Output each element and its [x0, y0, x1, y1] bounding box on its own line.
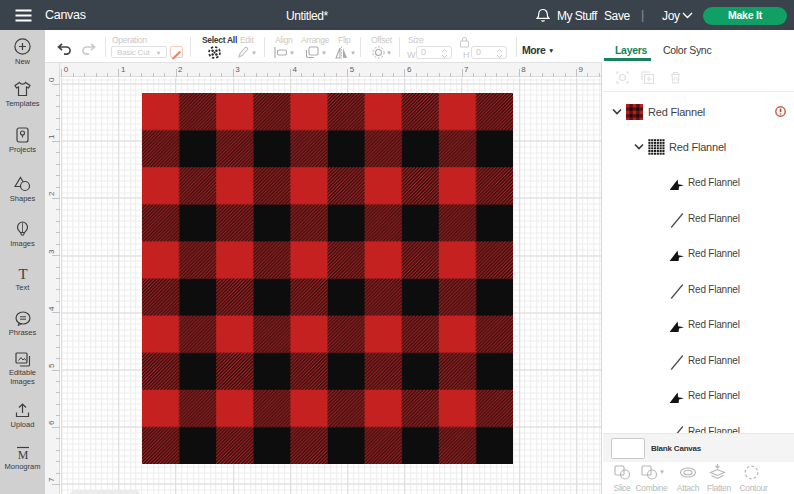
svg-text:T: T [18, 266, 27, 281]
svg-text:M: M [17, 448, 28, 461]
